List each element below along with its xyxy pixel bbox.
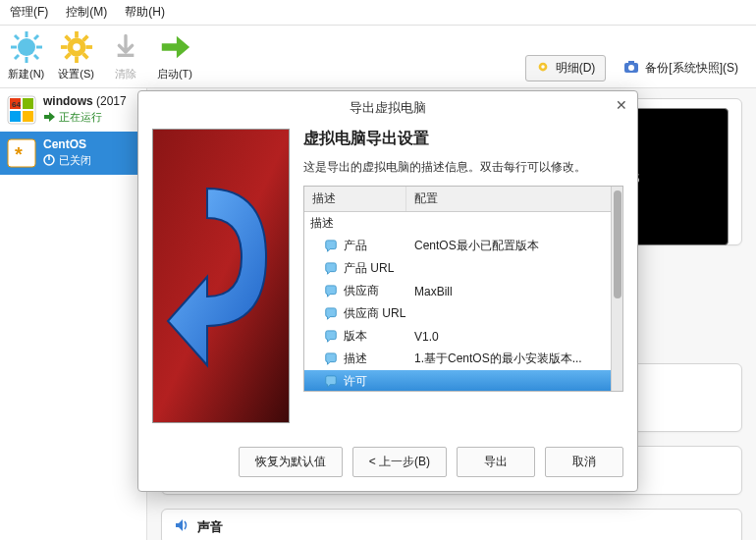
row-value: MaxBill xyxy=(406,285,611,298)
table-row[interactable]: 许可 xyxy=(304,370,611,391)
start-arrow-icon xyxy=(157,29,192,65)
row-label: 版本 xyxy=(344,328,367,345)
row-label: 供应商 xyxy=(344,283,379,299)
table-row[interactable]: 版本V1.0 xyxy=(304,325,611,348)
dialog-titlebar: 导出虚拟电脑 ✕ xyxy=(138,91,637,125)
dialog-title-text: 导出虚拟电脑 xyxy=(350,100,426,115)
table-row[interactable]: 描述1.基于CentOS的最小安装版本... xyxy=(304,348,611,370)
new-button[interactable]: 新建(N) xyxy=(8,29,44,81)
detail-gear-icon xyxy=(536,60,550,77)
table-row[interactable]: 产品CentOS最小已配置版本 xyxy=(304,235,611,257)
menu-help[interactable]: 帮助(H) xyxy=(125,4,165,21)
dialog-heading: 虚拟电脑导出设置 xyxy=(303,129,623,149)
svg-point-21 xyxy=(541,65,545,69)
svg-text:*: * xyxy=(15,143,23,165)
vm-state: 已关闭 xyxy=(59,153,91,168)
toolbar: 新建(N) 设置(S) 清除 启动(T) 明细(D) 备份[系统快照](S) xyxy=(0,26,756,88)
row-value: V1.0 xyxy=(406,330,611,344)
start-label: 启动(T) xyxy=(157,67,192,81)
svg-point-10 xyxy=(73,43,81,51)
bubble-icon xyxy=(324,330,338,344)
svg-point-0 xyxy=(18,38,35,56)
svg-line-5 xyxy=(15,35,19,39)
svg-line-8 xyxy=(15,55,19,59)
table-row[interactable]: 供应商MaxBill xyxy=(304,280,611,302)
svg-rect-13 xyxy=(61,45,68,49)
settings-button[interactable]: 设置(S) xyxy=(58,29,94,81)
row-label: 描述 xyxy=(344,351,367,367)
bubble-icon xyxy=(324,285,338,298)
bubble-icon xyxy=(324,352,338,366)
table-row[interactable]: 描述 xyxy=(304,212,611,235)
powered-off-icon xyxy=(43,154,55,168)
row-label: 供应商 URL xyxy=(344,305,405,322)
bubble-icon xyxy=(324,307,338,321)
row-label: 许可 xyxy=(344,373,367,390)
export-button[interactable]: 导出 xyxy=(457,447,535,477)
table-row[interactable]: 供应商 URL xyxy=(304,302,611,325)
row-value: CentOS最小已配置版本 xyxy=(406,238,611,254)
scrollbar-thumb[interactable] xyxy=(614,190,621,298)
bubble-icon xyxy=(324,240,338,253)
svg-rect-14 xyxy=(85,45,92,49)
col-conf-header: 配置 xyxy=(406,187,611,211)
backup-button[interactable]: 备份[系统快照](S) xyxy=(614,56,748,81)
vm-item-centos[interactable]: * CentOS 已关闭 xyxy=(0,132,146,175)
backup-label: 备份[系统快照](S) xyxy=(645,60,738,77)
dialog-desc: 这是导出的虚拟电脑的描述信息。双击每行可以修改。 xyxy=(303,159,623,176)
bubble-icon xyxy=(324,262,338,276)
settings-label: 设置(S) xyxy=(58,67,94,81)
wizard-art xyxy=(152,129,290,423)
row-label: 产品 URL xyxy=(344,260,394,277)
svg-point-23 xyxy=(628,65,634,71)
cancel-button[interactable]: 取消 xyxy=(545,447,623,477)
centos-os-icon: * xyxy=(6,137,37,169)
restore-defaults-button[interactable]: 恢复为默认值 xyxy=(239,447,343,477)
row-label: 产品 xyxy=(344,238,367,254)
svg-rect-27 xyxy=(23,98,33,109)
svg-rect-12 xyxy=(75,56,79,63)
export-dialog: 导出虚拟电脑 ✕ 虚拟电脑导出设置 这是导出的虚拟电脑的描述信息。双击每行可以修… xyxy=(137,90,638,492)
clear-arrow-icon xyxy=(108,29,143,65)
svg-text:64: 64 xyxy=(12,100,21,109)
sound-header: 声音 xyxy=(197,518,223,536)
bubble-icon xyxy=(324,375,338,389)
export-settings-table: 描述 配置 描述产品CentOS最小已配置版本产品 URL供应商MaxBill供… xyxy=(303,186,623,392)
row-value: 1.基于CentOS的最小安装版本... xyxy=(406,351,611,367)
svg-rect-29 xyxy=(23,111,33,122)
clear-label: 清除 xyxy=(115,67,136,81)
row-label: 描述 xyxy=(310,215,334,232)
vm-state: 正在运行 xyxy=(59,110,102,125)
detail-button[interactable]: 明细(D) xyxy=(525,55,607,81)
col-desc-header: 描述 xyxy=(304,187,406,211)
vm-item-windows[interactable]: 64 windows (2017 正在运行 xyxy=(0,88,146,132)
vm-name: windows xyxy=(43,94,93,108)
menu-bar: 管理(F) 控制(M) 帮助(H) xyxy=(0,0,756,26)
windows-os-icon: 64 xyxy=(6,94,37,126)
detail-label: 明细(D) xyxy=(556,60,596,77)
menu-manage[interactable]: 管理(F) xyxy=(10,4,48,21)
back-button[interactable]: < 上一步(B) xyxy=(352,447,447,477)
camera-icon xyxy=(623,60,639,77)
new-label: 新建(N) xyxy=(8,67,44,81)
gear-icon xyxy=(59,29,94,65)
vm-name: CentOS xyxy=(43,137,91,151)
scrollbar[interactable] xyxy=(611,187,622,391)
start-button[interactable]: 启动(T) xyxy=(157,29,192,81)
vm-sidebar: 64 windows (2017 正在运行 * CentOS 已关闭 xyxy=(0,88,147,540)
vm-suffix: (2017 xyxy=(96,94,127,108)
close-icon[interactable]: ✕ xyxy=(616,97,627,113)
menu-control[interactable]: 控制(M) xyxy=(66,4,107,21)
sound-icon xyxy=(174,517,189,536)
clear-button: 清除 xyxy=(108,29,143,81)
svg-rect-11 xyxy=(75,31,79,38)
svg-rect-35 xyxy=(153,130,290,423)
table-row[interactable]: 产品 URL xyxy=(304,257,611,280)
running-arrow-icon xyxy=(43,112,55,124)
sun-new-icon xyxy=(9,29,44,65)
svg-rect-19 xyxy=(118,54,135,57)
table-header: 描述 配置 xyxy=(304,187,611,212)
svg-line-6 xyxy=(34,55,38,59)
svg-rect-24 xyxy=(628,61,634,64)
svg-line-7 xyxy=(34,35,38,39)
